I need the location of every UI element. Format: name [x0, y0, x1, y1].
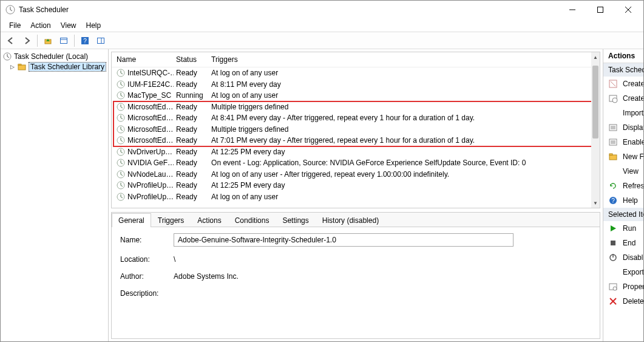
task-row[interactable]: MacType_SCRunningAt log on of any user — [112, 90, 600, 101]
task-clock-icon — [117, 91, 125, 100]
action-label: Run — [623, 224, 636, 233]
action-delete[interactable]: Delete — [603, 294, 644, 309]
task-status: Ready — [174, 169, 209, 180]
toolbar-separator — [37, 35, 38, 47]
task-row[interactable]: NVIDIA GeF…ReadyOn event - Log: Applicat… — [112, 157, 600, 169]
center-pane: Name Status Triggers IntelSURQC-…ReadyAt… — [109, 49, 603, 341]
task-triggers: At 12:25 PM every day — [209, 146, 597, 158]
action-properties[interactable]: Properties — [603, 279, 644, 294]
detail-location-label: Location: — [120, 255, 169, 264]
task-triggers: At log on of any user — [209, 90, 597, 101]
menu-help[interactable]: Help — [81, 20, 106, 31]
tab-general[interactable]: General — [112, 213, 151, 227]
task-row[interactable]: NvProfileUp…ReadyAt 12:25 PM every day — [112, 180, 600, 191]
pane2-button[interactable] — [94, 34, 107, 47]
tree-root[interactable]: Task Scheduler (Local) — [2, 52, 107, 61]
task-triggers: At 8:11 PM every day — [209, 79, 597, 91]
task-name: IntelSURQC-… — [127, 69, 174, 77]
svg-text:?: ? — [611, 197, 615, 204]
menubar: File Action View Help — [1, 19, 643, 32]
detail-tabs: General Triggers Actions Conditions Sett… — [112, 213, 600, 227]
column-name[interactable]: Name — [114, 54, 174, 65]
task-triggers: Multiple triggers defined — [209, 124, 597, 135]
action-refresh[interactable]: Refresh — [603, 179, 644, 193]
pane-button[interactable] — [57, 34, 70, 47]
column-status[interactable]: Status — [174, 54, 209, 65]
action-label: Delete — [623, 297, 644, 306]
scroll-down-arrow[interactable]: ▼ — [591, 198, 600, 208]
task-status: Ready — [174, 101, 209, 113]
action-import_task[interactable]: Import Task… — [603, 106, 644, 120]
task-clock-icon — [117, 114, 125, 122]
action-end[interactable]: End — [603, 236, 644, 250]
task-row[interactable]: IUM-F1E24C…ReadyAt 8:11 PM every day — [112, 79, 600, 91]
minimize-button[interactable] — [558, 1, 586, 19]
task-status: Ready — [174, 157, 209, 169]
task-row[interactable]: NvDriverUp…ReadyAt 12:25 PM every day — [112, 146, 600, 158]
tab-actions[interactable]: Actions — [191, 213, 228, 227]
up-folder-button[interactable] — [41, 34, 55, 47]
detail-body: Name: Adobe-Genuine-Software-Integrity-S… — [112, 227, 600, 304]
task-row[interactable]: IntelSURQC-…ReadyAt log on of any user — [112, 67, 600, 79]
task-row[interactable]: NvNodeLau…ReadyAt log on of any user - A… — [112, 169, 600, 180]
help-icon: ? — [608, 196, 618, 205]
task-row[interactable]: MicrosoftEd…ReadyAt 8:41 PM every day - … — [112, 112, 600, 124]
tab-conditions[interactable]: Conditions — [228, 213, 276, 227]
tab-triggers[interactable]: Triggers — [151, 213, 191, 227]
tab-history[interactable]: History (disabled) — [316, 213, 385, 227]
task-row[interactable]: MicrosoftEd…ReadyAt 7:01 PM every day - … — [112, 135, 600, 146]
svg-rect-17 — [18, 65, 25, 70]
menu-view[interactable]: View — [56, 20, 81, 31]
tab-settings[interactable]: Settings — [276, 213, 315, 227]
action-enable_history[interactable]: Enable All Tasks H… — [603, 135, 644, 149]
actions-section-selected[interactable]: Selected Item ▲ — [603, 208, 644, 221]
column-triggers[interactable]: Triggers — [209, 54, 597, 65]
task-status: Ready — [174, 180, 209, 191]
scroll-up-arrow[interactable]: ▲ — [591, 52, 600, 62]
action-label: Refresh — [623, 182, 644, 190]
action-run[interactable]: Run — [603, 221, 644, 236]
menu-file[interactable]: File — [4, 20, 25, 31]
task-row[interactable]: NvProfileUp…ReadyAt log on of any user — [112, 191, 600, 203]
svg-text:?: ? — [83, 38, 87, 44]
action-create_basic[interactable]: Create Basic Task… — [603, 77, 644, 91]
task-row[interactable]: MicrosoftEd…ReadyMultiple triggers defin… — [112, 124, 600, 135]
action-disable[interactable]: Disable — [603, 250, 644, 265]
detail-author-value: Adobe Systems Inc. — [174, 272, 591, 281]
action-help[interactable]: ?Help — [603, 193, 644, 208]
detail-name-value[interactable]: Adobe-Genuine-Software-Integrity-Schedul… — [174, 233, 514, 247]
window-title: Task Scheduler — [19, 5, 558, 14]
back-button[interactable] — [4, 34, 18, 47]
tree-library-label: Task Scheduler Library — [29, 63, 106, 71]
svg-rect-70 — [611, 241, 615, 245]
maximize-button[interactable] — [586, 1, 614, 19]
menu-action[interactable]: Action — [25, 20, 55, 31]
close-button[interactable] — [614, 1, 642, 19]
display_running-icon — [608, 123, 618, 132]
action-label: Disable — [623, 253, 644, 262]
action-create_task[interactable]: Create Task… — [603, 91, 644, 106]
action-display_running[interactable]: Display All Runni… — [603, 120, 644, 135]
action-export[interactable]: Export… — [603, 265, 644, 279]
action-label: Help — [623, 196, 638, 205]
task-status: Ready — [174, 112, 209, 124]
vertical-scrollbar[interactable]: ▲ ▼ — [591, 52, 600, 208]
scroll-thumb[interactable] — [592, 66, 598, 139]
actions-section-library[interactable]: Task Scheduler Library ▲ — [603, 63, 644, 77]
disable-icon — [608, 253, 618, 262]
forward-button[interactable] — [20, 34, 33, 47]
svg-rect-66 — [609, 155, 617, 160]
tree-library-row[interactable]: ▷ Task Scheduler Library — [2, 61, 107, 72]
action-label: View — [623, 167, 639, 176]
task-triggers: Multiple triggers defined — [209, 101, 597, 113]
action-new_folder[interactable]: New Folder… — [603, 149, 644, 164]
scroll-track[interactable] — [591, 62, 600, 198]
export-icon — [608, 267, 618, 277]
actions-section-library-label: Task Scheduler Library — [608, 66, 644, 74]
task-row[interactable]: MicrosoftEd…ReadyMultiple triggers defin… — [112, 101, 600, 113]
task-name: MicrosoftEd… — [127, 103, 173, 111]
action-view[interactable]: View▶ — [603, 164, 644, 179]
task-clock-icon — [117, 69, 125, 77]
task-list-container: Name Status Triggers IntelSURQC-…ReadyAt… — [111, 52, 600, 208]
help-button[interactable]: ? — [78, 34, 92, 47]
